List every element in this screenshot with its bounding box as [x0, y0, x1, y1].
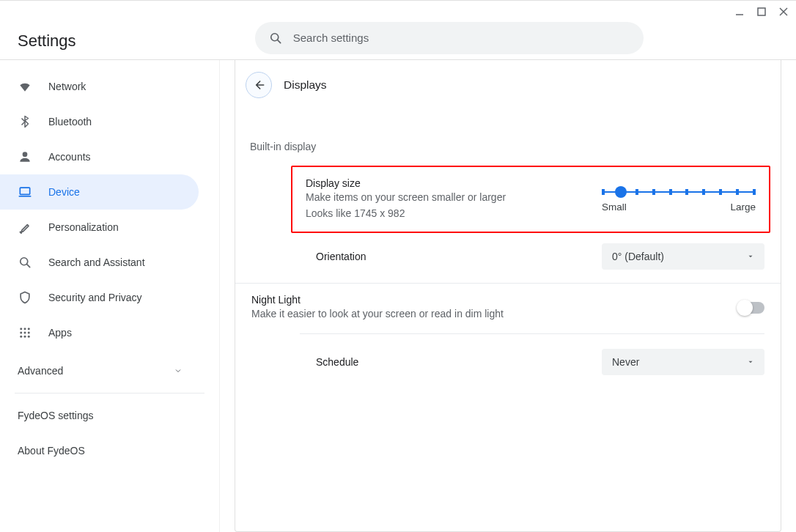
title-bar	[0, 0, 796, 7]
svg-line-10	[27, 265, 30, 267]
display-size-title: Display size	[306, 177, 584, 189]
svg-point-6	[23, 152, 28, 157]
svg-point-12	[24, 328, 26, 330]
svg-point-15	[24, 332, 26, 334]
sidebar-divider	[15, 393, 204, 394]
schedule-row: Schedule Never	[235, 334, 781, 393]
sidebar-item-label: FydeOS settings	[18, 410, 94, 421]
orientation-dropdown[interactable]: 0° (Default)	[602, 243, 764, 270]
sidebar-item-label: Bluetooth	[48, 116, 92, 128]
sidebar-item-apps[interactable]: Apps	[0, 315, 219, 350]
sidebar: Network Bluetooth Accounts Device Person	[0, 60, 220, 532]
toggle-knob-icon	[737, 300, 753, 316]
page-title: Displays	[284, 78, 327, 92]
sidebar-item-label: Network	[48, 81, 86, 92]
sidebar-item-label: Accounts	[48, 151, 91, 163]
content-card: Displays Built-in display Display size M…	[235, 60, 781, 532]
brush-icon	[18, 220, 32, 234]
display-size-highlight: Display size Make items on your screen s…	[291, 166, 770, 233]
display-size-slider-container: Small Large	[602, 187, 756, 213]
sidebar-item-advanced[interactable]: Advanced	[0, 353, 219, 388]
night-light-title: Night Light	[251, 294, 504, 306]
svg-point-16	[28, 332, 30, 334]
sidebar-item-search-assistant[interactable]: Search and Assistant	[0, 245, 219, 280]
sidebar-item-network[interactable]: Network	[0, 69, 219, 104]
arrow-left-icon	[251, 78, 266, 92]
sidebar-item-label: Search and Assistant	[48, 256, 145, 268]
minimize-icon[interactable]	[733, 5, 746, 18]
svg-point-14	[20, 332, 22, 334]
wifi-icon	[18, 79, 32, 94]
section-label-built-in-display: Built-in display	[235, 104, 781, 152]
chevron-down-icon	[747, 253, 754, 260]
orientation-label: Orientation	[316, 251, 366, 262]
maximize-icon[interactable]	[755, 5, 768, 18]
schedule-value: Never	[612, 356, 639, 368]
display-size-slider[interactable]	[602, 187, 756, 197]
sidebar-item-device[interactable]: Device	[0, 174, 199, 210]
svg-rect-7	[20, 188, 29, 194]
apps-grid-icon	[18, 325, 32, 340]
person-icon	[18, 149, 32, 164]
display-size-desc: Make items on your screen smaller or lar…	[306, 189, 584, 205]
sidebar-item-label: Device	[48, 186, 80, 198]
svg-point-17	[20, 336, 22, 338]
sidebar-item-label: Security and Privacy	[48, 292, 142, 303]
schedule-label: Schedule	[316, 356, 358, 368]
main-content: Displays Built-in display Display size M…	[220, 60, 796, 532]
bluetooth-icon	[18, 114, 32, 129]
back-button[interactable]	[246, 72, 272, 98]
slider-thumb-icon[interactable]	[615, 186, 627, 198]
orientation-row: Orientation 0° (Default)	[235, 233, 781, 280]
app-title: Settings	[18, 26, 76, 51]
search-icon	[268, 31, 283, 45]
search-icon	[18, 255, 32, 270]
svg-line-5	[277, 40, 280, 43]
svg-point-19	[28, 336, 30, 338]
laptop-icon	[18, 185, 32, 199]
chevron-down-icon	[174, 366, 183, 375]
display-size-row: Display size Make items on your screen s…	[306, 177, 756, 221]
night-light-desc: Make it easier to look at your screen or…	[251, 306, 504, 322]
display-size-resolution: Looks like 1745 x 982	[306, 205, 584, 221]
page-subheader: Displays	[235, 60, 781, 104]
chevron-down-icon	[747, 358, 754, 366]
sidebar-item-label: Apps	[48, 327, 72, 339]
sidebar-item-about[interactable]: About FydeOS	[0, 433, 219, 468]
window-controls	[733, 5, 790, 18]
schedule-dropdown[interactable]: Never	[602, 349, 764, 375]
sidebar-item-label: Personalization	[48, 221, 119, 233]
sidebar-item-label: About FydeOS	[18, 445, 85, 457]
sidebar-item-bluetooth[interactable]: Bluetooth	[0, 104, 219, 139]
close-icon[interactable]	[777, 5, 790, 18]
sidebar-item-label: Advanced	[18, 365, 63, 377]
night-light-toggle[interactable]	[738, 302, 764, 314]
slider-label-small: Small	[602, 202, 627, 213]
svg-rect-1	[758, 8, 765, 15]
svg-point-13	[28, 328, 30, 330]
search-box[interactable]	[255, 22, 644, 54]
sidebar-item-accounts[interactable]: Accounts	[0, 139, 219, 174]
svg-point-11	[20, 328, 22, 330]
sidebar-item-fydeos-settings[interactable]: FydeOS settings	[0, 398, 219, 433]
sidebar-item-personalization[interactable]: Personalization	[0, 210, 219, 245]
svg-point-18	[24, 336, 26, 338]
shield-icon	[18, 290, 32, 305]
slider-label-large: Large	[730, 202, 756, 213]
sidebar-item-security-privacy[interactable]: Security and Privacy	[0, 280, 219, 315]
search-input[interactable]	[293, 32, 630, 44]
app-header: Settings	[0, 7, 796, 60]
orientation-value: 0° (Default)	[612, 251, 664, 262]
night-light-row: Night Light Make it easier to look at yo…	[235, 284, 781, 325]
